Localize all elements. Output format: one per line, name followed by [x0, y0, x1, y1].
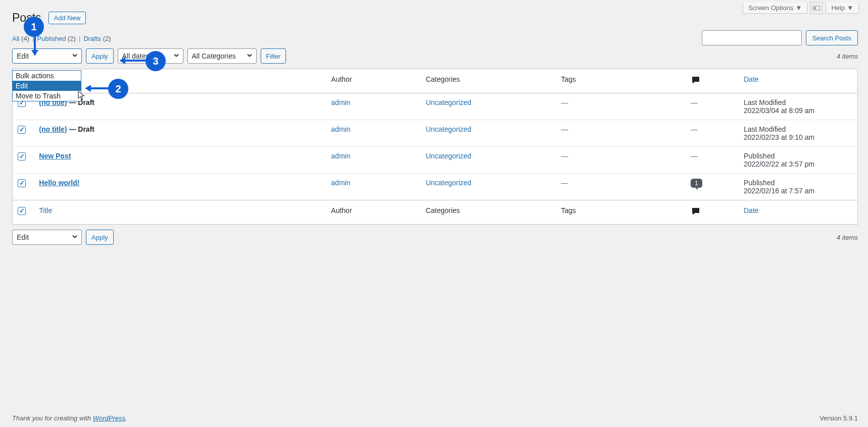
- col-comments[interactable]: [686, 69, 739, 93]
- screen-options-label: Screen Options: [748, 4, 794, 12]
- category-filter-select[interactable]: All Categories: [187, 48, 257, 64]
- col-categories: Categories: [421, 69, 556, 93]
- post-title-link[interactable]: (no title): [39, 125, 67, 133]
- items-count-top: 4 items: [837, 52, 858, 60]
- tags-value: —: [561, 152, 568, 160]
- author-link[interactable]: admin: [331, 179, 350, 187]
- col-tags-footer: Tags: [556, 200, 686, 225]
- row-checkbox[interactable]: [18, 152, 26, 161]
- tags-value: —: [561, 179, 568, 187]
- col-title-footer[interactable]: Title: [39, 206, 52, 215]
- col-date-footer[interactable]: Date: [744, 206, 759, 215]
- category-link[interactable]: Uncategorized: [426, 152, 471, 160]
- bulk-option-trash[interactable]: Move to Trash: [13, 91, 81, 101]
- bulk-action-selected-bottom: Edit: [17, 233, 29, 241]
- author-link[interactable]: admin: [331, 152, 350, 160]
- comments-value: —: [691, 152, 698, 160]
- help-label: Help: [831, 4, 845, 12]
- date-value: 2022/03/04 at 8:09 am: [744, 106, 852, 115]
- bulk-option-bulk-actions[interactable]: Bulk actions: [13, 71, 81, 81]
- chevron-down-icon: [246, 52, 253, 61]
- chevron-down-icon: [173, 52, 180, 61]
- table-row: Hello world!adminUncategorized—1Publishe…: [13, 174, 858, 200]
- svg-rect-1: [814, 7, 816, 9]
- author-link[interactable]: admin: [331, 125, 350, 133]
- comment-icon: [691, 206, 701, 218]
- bulk-option-edit[interactable]: Edit: [13, 81, 81, 91]
- date-status: Published: [744, 152, 852, 160]
- table-row: (no title) — DraftadminUncategorized——La…: [13, 120, 858, 147]
- col-categories-footer: Categories: [421, 200, 556, 225]
- col-author: Author: [326, 69, 420, 93]
- search-input[interactable]: [702, 30, 802, 45]
- filter-drafts-link[interactable]: Drafts (2): [83, 35, 111, 42]
- comment-count-badge[interactable]: 1: [691, 179, 702, 188]
- apply-bulk-button-bottom[interactable]: Apply: [86, 230, 114, 245]
- chevron-down-icon: [71, 233, 78, 242]
- chevron-down-icon: ▼: [796, 4, 802, 12]
- chevron-down-icon: ▼: [847, 4, 853, 12]
- items-count-bottom: 4 items: [837, 234, 858, 241]
- category-link[interactable]: Uncategorized: [426, 98, 471, 106]
- tags-value: —: [561, 98, 568, 106]
- filter-published-link[interactable]: Published (2): [37, 35, 76, 42]
- select-all-checkbox-bottom[interactable]: [18, 207, 26, 215]
- chevron-down-icon: [71, 52, 78, 61]
- category-link[interactable]: Uncategorized: [426, 179, 471, 187]
- post-title-link[interactable]: Hello world!: [39, 179, 79, 187]
- drag-hint-icon: [810, 2, 823, 14]
- admin-footer: Thank you for creating with WordPress. V…: [12, 414, 858, 422]
- bulk-action-select-bottom[interactable]: Edit: [12, 230, 82, 245]
- date-status: Published: [744, 179, 852, 187]
- post-title-link[interactable]: New Post: [39, 152, 71, 160]
- bulk-action-selected: Edit: [17, 52, 29, 60]
- date-value: 2022/02/22 at 3:57 pm: [744, 160, 852, 168]
- date-filter-selected: All dates: [122, 52, 150, 60]
- comments-value: —: [691, 98, 698, 106]
- author-link[interactable]: admin: [331, 98, 350, 106]
- date-value: 2022/02/23 at 9:10 am: [744, 133, 852, 141]
- screen-options-button[interactable]: Screen Options ▼: [743, 3, 807, 14]
- col-date[interactable]: Date: [744, 75, 759, 83]
- category-filter-selected: All Categories: [192, 52, 236, 60]
- table-row: New PostadminUncategorized——Published202…: [13, 147, 858, 174]
- posts-table: Title Author Categories Tags Date (no ti…: [12, 69, 858, 225]
- col-author-footer: Author: [326, 200, 420, 225]
- date-value: 2022/02/16 at 7:57 am: [744, 187, 852, 195]
- filter-button[interactable]: Filter: [261, 48, 286, 64]
- version-text: Version 5.9.1: [819, 414, 858, 422]
- category-link[interactable]: Uncategorized: [426, 125, 471, 133]
- apply-bulk-button[interactable]: Apply: [86, 48, 114, 64]
- comments-value: —: [691, 125, 698, 133]
- search-posts-button[interactable]: Search Posts: [806, 30, 858, 45]
- help-button[interactable]: Help ▼: [826, 3, 859, 14]
- filter-all-link[interactable]: All (4): [12, 35, 29, 42]
- page-title: Posts: [12, 11, 41, 25]
- row-checkbox[interactable]: [18, 126, 26, 134]
- date-status: Last Modified: [744, 125, 852, 133]
- add-new-button[interactable]: Add New: [49, 12, 86, 24]
- bulk-action-select[interactable]: Edit: [12, 48, 82, 64]
- comment-icon: [691, 75, 701, 87]
- wordpress-link[interactable]: WordPress: [93, 414, 125, 422]
- tags-value: —: [561, 125, 568, 133]
- table-row: (no title) — DraftadminUncategorized——La…: [13, 93, 858, 120]
- footer-thanks-prefix: Thank you for creating with: [12, 414, 93, 422]
- col-comments-footer[interactable]: [686, 200, 739, 225]
- col-tags: Tags: [556, 69, 686, 93]
- bulk-action-dropdown: Bulk actions Edit Move to Trash: [12, 70, 81, 101]
- post-state: — Draft: [67, 125, 94, 133]
- row-checkbox[interactable]: [18, 179, 26, 187]
- date-filter-select[interactable]: All dates: [118, 48, 183, 64]
- date-status: Last Modified: [744, 98, 852, 106]
